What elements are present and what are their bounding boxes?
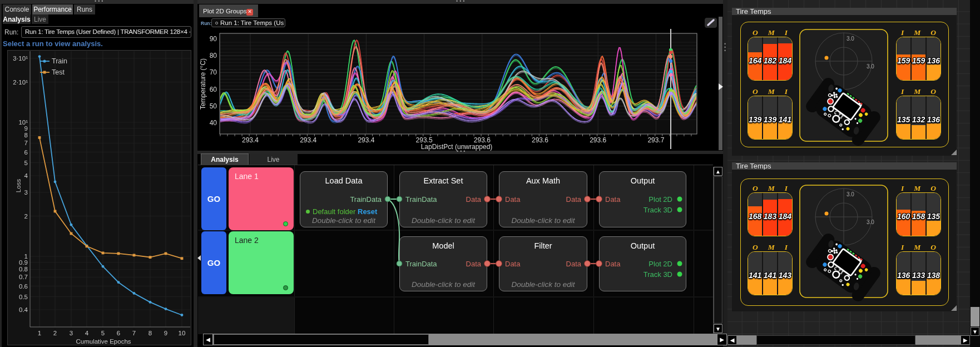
svg-text:3: 3 xyxy=(24,189,28,196)
svg-text:9: 9 xyxy=(164,330,167,336)
svg-text:3.0: 3.0 xyxy=(867,63,874,70)
svg-text:293.6: 293.6 xyxy=(532,136,548,144)
svg-text:4: 4 xyxy=(24,172,28,179)
svg-text:0.9: 0.9 xyxy=(19,259,28,266)
svg-text:Cumulative Epochs: Cumulative Epochs xyxy=(76,338,131,345)
svg-text:8: 8 xyxy=(24,132,28,138)
svg-text:10: 10 xyxy=(179,330,186,336)
svg-text:6: 6 xyxy=(24,149,28,156)
svg-text:6: 6 xyxy=(117,330,120,336)
svg-text:293.6: 293.6 xyxy=(590,136,606,144)
svg-text:0.7: 0.7 xyxy=(19,274,28,280)
svg-text:0.6: 0.6 xyxy=(19,283,28,290)
svg-text:7: 7 xyxy=(24,140,28,146)
svg-text:40: 40 xyxy=(210,119,217,127)
svg-text:293.4: 293.4 xyxy=(358,136,374,144)
svg-text:Loss: Loss xyxy=(15,179,22,193)
svg-text:50: 50 xyxy=(210,102,217,110)
svg-text:70: 70 xyxy=(210,68,217,76)
svg-text:7: 7 xyxy=(132,330,136,336)
svg-text:80: 80 xyxy=(210,52,217,60)
svg-text:3·10¹: 3·10¹ xyxy=(13,55,28,62)
svg-text:60: 60 xyxy=(210,86,217,93)
svg-text:5: 5 xyxy=(101,330,105,336)
svg-text:9: 9 xyxy=(24,125,28,132)
svg-text:0.5: 0.5 xyxy=(19,294,28,300)
svg-text:1: 1 xyxy=(38,330,41,336)
svg-text:3: 3 xyxy=(70,330,73,336)
svg-text:90: 90 xyxy=(210,35,217,43)
svg-text:8: 8 xyxy=(149,330,152,336)
svg-text:3.0: 3.0 xyxy=(867,219,874,225)
svg-text:3.0: 3.0 xyxy=(847,191,854,197)
svg-text:4: 4 xyxy=(85,330,89,336)
svg-text:293.4: 293.4 xyxy=(242,136,259,144)
svg-text:Train: Train xyxy=(52,57,67,65)
svg-text:293.4: 293.4 xyxy=(300,136,316,144)
svg-text:3.0: 3.0 xyxy=(847,36,854,42)
svg-text:293.7: 293.7 xyxy=(647,136,664,144)
svg-text:2: 2 xyxy=(24,213,28,220)
svg-text:2: 2 xyxy=(53,330,57,336)
svg-text:Temperature (°C): Temperature (°C) xyxy=(199,58,207,110)
svg-text:0.4: 0.4 xyxy=(19,306,28,313)
svg-text:5: 5 xyxy=(24,160,28,166)
svg-text:2·10¹: 2·10¹ xyxy=(13,79,28,86)
svg-text:Test: Test xyxy=(52,68,65,76)
svg-text:0.8: 0.8 xyxy=(19,266,28,272)
